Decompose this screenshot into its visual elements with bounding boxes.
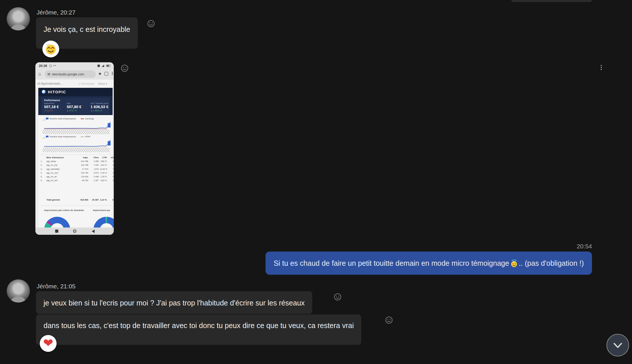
laughing-face-emoji [45, 43, 57, 55]
report-title: rd Agsrealestate... [37, 82, 63, 85]
message-bubble[interactable]: je veux bien si tu l'ecris pour moi ? J'… [36, 291, 312, 314]
avatar-jerome[interactable] [6, 279, 30, 303]
phone-clock: 20:28 [39, 64, 47, 68]
alarm-icon [49, 65, 52, 67]
message-bubble[interactable]: dans tous les cas, c'est top de travaill… [36, 314, 361, 345]
donut-right-title: Impressions pa [93, 209, 110, 212]
notification-dash-icon [53, 65, 56, 66]
android-nav-bar [35, 228, 114, 235]
recents-icon[interactable] [55, 230, 58, 233]
table-row: 1.ags_sticky414 7863 4583,86 %0,39 [38, 160, 113, 164]
signal-icon [102, 65, 104, 67]
add-reaction-icon[interactable] [147, 20, 155, 28]
halo-smile-emoji [510, 259, 518, 267]
phone-status-bar: 20:28 [35, 62, 114, 69]
reset-button[interactable]: ↺ Réinitialiser [78, 82, 95, 85]
impressions-legend-swatch [46, 118, 48, 119]
site-info-icon [48, 73, 50, 75]
y-axis-label: 1 M [42, 137, 45, 139]
hitopic-logo-icon [42, 90, 46, 94]
browser-menu-icon[interactable]: ⋮ [110, 71, 114, 76]
report-toolbar: rd Agsrealestate... ↺ Réinitialiser Shar… [35, 79, 114, 88]
chart1-line [44, 121, 111, 130]
metric-yesterday: Hier 507,80 € ▲ 473,7 % [67, 102, 82, 112]
table-row: 3.ags_interstitial17 9741 87910,45 %7,34 [38, 168, 113, 172]
url-field[interactable]: okerstudio.google.com [45, 70, 96, 78]
message-text: dans tous les cas, c'est top de travaill… [44, 314, 354, 330]
message-author-timestamp: Jérôme, 20:27 [37, 9, 75, 16]
avatar-jerome[interactable] [6, 7, 30, 31]
browser-address-bar: ⌂ okerstudio.google.com ★ ⋮ [35, 69, 114, 79]
brand-name: HITOPIC [48, 90, 66, 94]
sent-message-text-before: Si tu es chaud de faire un petit touitte… [274, 259, 509, 267]
sent-message-bubble[interactable]: Si tu es chaud de faire un petit touitte… [266, 252, 592, 275]
image-attachment-phone-screenshot[interactable]: 20:28 ⌂ okerstudio.google.com ★ ⋮ rd Ags… [35, 62, 114, 235]
ad-units-table-rows: 1.ags_sticky414 7863 4583,86 %0,392.ags_… [38, 160, 113, 183]
home-icon[interactable]: ⌂ [38, 71, 41, 77]
network-grid-icon [97, 65, 100, 67]
battery-icon [106, 65, 110, 67]
bookmark-star-icon[interactable]: ★ [98, 71, 102, 76]
home-circle-icon[interactable] [73, 230, 76, 233]
more-options-icon[interactable] [598, 64, 604, 72]
scroll-to-bottom-button[interactable] [606, 334, 629, 356]
message-author-timestamp: Jérôme, 21:05 [37, 283, 75, 290]
tab-switcher-icon[interactable] [104, 72, 108, 76]
metric-7days: Les 7 derniers jours 1 836,53 € ▲ 1 464,… [91, 102, 108, 112]
sent-timestamp: 20:54 [577, 243, 592, 250]
add-reaction-icon[interactable] [385, 316, 393, 324]
chart1-legend: Nombre total d'impressions Earnings [46, 117, 104, 120]
message-text: je veux bien si tu l'ecris pour moi ? J'… [44, 291, 305, 307]
add-reaction-icon[interactable] [334, 293, 342, 301]
laugh-reaction-badge[interactable] [42, 41, 59, 57]
message-text: Je vois ça, c est incroyable [44, 17, 130, 34]
metric-today: Aujourd'hui 507,18 € ▼ 42,3 % [44, 102, 59, 112]
table-row: 5.ags_inc_all119 6182 4981,25 %0,43 [38, 176, 113, 179]
cutoff-toolbar-edge [511, 0, 592, 2]
url-text: okerstudio.google.com [52, 72, 84, 76]
y-axis-label: 1 M [42, 119, 45, 121]
table-header: Bloc d'annonces [46, 156, 64, 159]
chart2-legend: Nombre total d'impressions RPM [46, 135, 104, 138]
dashboard-card: HITOPIC Performance Aujourd'hui 507,18 €… [38, 88, 113, 228]
impressions-legend-swatch [46, 136, 48, 137]
chart1-date-labels [42, 130, 110, 134]
table-row: 4.ags_inc_end140 7903 5742,49 %0,44 [38, 172, 113, 176]
donut-left-title: Impressions par critère de demande [44, 209, 84, 212]
performance-panel: Performance Aujourd'hui 507,18 € ▼ 42,3 … [41, 98, 110, 114]
table-total-row: Total général 919 893 20 367 2,14 % 0,49 [38, 199, 113, 202]
chevron-down-icon [607, 334, 629, 356]
chart2-line [44, 139, 111, 148]
red-heart-emoji: ❤ [43, 337, 53, 349]
dashboard-header: HITOPIC Performance Aujourd'hui 507,18 €… [38, 88, 113, 115]
earnings-legend-line [81, 119, 84, 119]
chart2-date-labels [42, 148, 110, 152]
rpm-legend-line [81, 136, 84, 137]
table-row: 6.ags_inc_anf48 7531 2673,52 %0,63 [38, 179, 113, 183]
table-row: 2.ags_inc_top123 7487 0034,04 %0,86 [38, 164, 113, 168]
heart-reaction-badge[interactable]: ❤ [40, 335, 57, 352]
sent-message-text-after: .. (pas d'obligation !) [519, 259, 584, 267]
add-reaction-icon[interactable] [121, 64, 129, 72]
performance-title: Performance [44, 99, 60, 102]
share-button[interactable]: Share ▾ [98, 82, 107, 85]
back-icon[interactable] [92, 230, 95, 233]
